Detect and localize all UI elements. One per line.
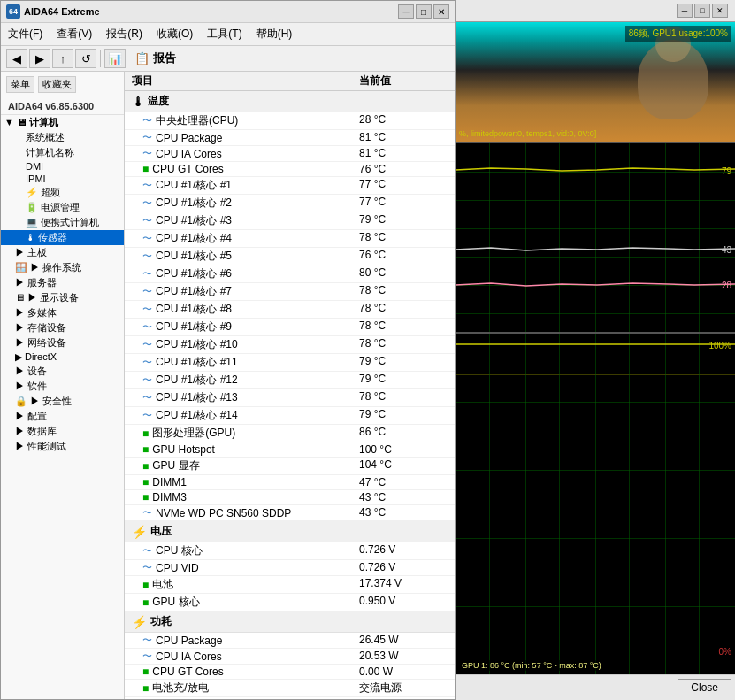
menu-file[interactable]: 文件(F) [4,25,46,43]
main-area: 菜单 收藏夹 AIDA64 v6.85.6300 ▼ 🖥 ▼ 计算机计算机 系统… [1,72,455,699]
wave-icon-15: 〜 [142,373,152,387]
close-button[interactable]: Close [678,679,731,696]
graph1-label-43: 43 [722,245,731,255]
row-cpu-core4: 〜CPU #1/核心 #4 78 °C [125,230,455,248]
graph2-label-0: 0% [719,647,731,657]
row-dimm3: ■ DIMM3 43 °C [125,490,455,505]
power-section-icon: ⚡ [132,615,147,629]
row-cpu-core5: 〜CPU #1/核心 #5 76 °C [125,248,455,265]
wave-icon-4: 〜 [142,179,152,192]
sidebar-item-security[interactable]: 🔒 ▶ 安全性 [1,394,124,409]
menu-help[interactable]: 帮助(H) [253,25,296,43]
close-window-button[interactable]: ✕ [433,4,449,19]
row-cpu-core13: 〜CPU #1/核心 #13 78 °C [125,389,455,407]
wave-icon-14: 〜 [142,356,152,369]
voltage-section-icon: ⚡ [132,525,147,539]
wave-icon-13: 〜 [142,338,152,351]
sidebar-item-storage[interactable]: ▶ 存储设备 [1,320,124,335]
sidebar-item-powermgmt[interactable]: 🔋 电源管理 [1,200,124,215]
sidebar-item-motherboard[interactable]: ▶ 主板 [1,245,124,260]
green-icon-1: ■ [142,163,149,175]
close-button-area: Close [456,674,735,700]
row-gpu-hotspot: ■ GPU Hotspot 100 °C [125,442,455,458]
right-maximize-btn[interactable]: □ [694,4,710,18]
row-cpu-core7: 〜CPU #1/核心 #7 78 °C [125,283,455,301]
minimize-button[interactable]: ─ [398,4,414,19]
sidebar-tabs: 菜单 收藏夹 [1,73,124,96]
section-voltage: ⚡ 电压 [125,521,455,542]
gpu-status-text: GPU 1: 86 °C (min: 57 °C - max: 87 °C) [459,660,604,671]
sidebar-tab-menu[interactable]: 菜单 [6,76,34,93]
sidebar-item-sysoverview[interactable]: 系统概述 [1,130,124,145]
row-gpu-temp: ■ 图形处理器(GPU) 86 °C [125,425,455,442]
sidebar-tab-favorites[interactable]: 收藏夹 [38,76,76,93]
sidebar-item-os[interactable]: 🪟 ▶ 操作系统 [1,260,124,275]
val-cpu-core13: 78 °C [359,390,448,405]
row-cpu-pkg-w: 〜CPU Package 26.45 W [125,633,455,649]
menu-view[interactable]: 查看(V) [53,25,96,43]
gpu-usage-graph-svg [456,334,735,674]
gpu-power-overlay: %, limitedpower:0, temps1, vid:0, 0V:0] [459,129,596,138]
maximize-button[interactable]: □ [416,4,432,19]
sidebar-item-directx[interactable]: ▶ DirectX [1,350,124,364]
menu-favorites[interactable]: 收藏(O) [153,25,196,43]
green-icon-8: ■ [142,596,149,609]
cat-background-image: 86频, GPU1 usage:100% %, limitedpower:0, … [456,22,735,142]
wave-icon-12: 〜 [142,320,152,334]
sidebar-item-display[interactable]: 🖥 ▶ 显示设备 [1,290,124,305]
sidebar-item-dmi[interactable]: DMI [1,160,124,173]
row-cpu-vid: 〜CPU VID 0.726 V [125,560,455,576]
wave-icon-5: 〜 [142,196,152,210]
sidebar-item-network[interactable]: ▶ 网络设备 [1,335,124,350]
val-gpu-w: 132.90 W [359,698,448,699]
val-cpu-gt-cores: 76 °C [359,163,448,175]
header-item: 项目 [132,73,359,88]
menu-report[interactable]: 报告(R) [103,25,146,43]
right-panel: ─ □ ✕ 86频, GPU1 usage:100% %, limitedpow… [456,0,735,700]
content-scroll[interactable]: 🌡 温度 〜中央处理器(CPU) 28 °C 〜CPU Package 81 °… [125,91,455,699]
wave-icon-11: 〜 [142,303,152,316]
val-cpu-core12: 79 °C [359,373,448,388]
row-cpu-core8: 〜CPU #1/核心 #8 78 °C [125,301,455,319]
val-cpu-core1: 77 °C [359,178,448,193]
sidebar-item-config[interactable]: ▶ 配置 [1,409,124,424]
val-cpu-core7: 78 °C [359,284,448,299]
menu-tools[interactable]: 工具(T) [203,25,245,43]
wave-icon-10: 〜 [142,285,152,298]
row-cpu-core1: 〜CPU #1/核心 #1 77 °C [125,177,455,195]
sidebar-item-multimedia[interactable]: ▶ 多媒体 [1,305,124,320]
row-cpu-core10: 〜CPU #1/核心 #10 78 °C [125,336,455,354]
row-cpu-gt-cores: ■ CPU GT Cores 76 °C [125,162,455,177]
sidebar-item-computer[interactable]: ▼ 🖥 ▼ 计算机计算机 [1,115,124,130]
val-cpu-package: 81 °C [359,131,448,144]
up-button[interactable]: ↑ [52,49,73,68]
sidebar-item-database[interactable]: ▶ 数据库 [1,424,124,439]
sidebar-item-overclock[interactable]: ⚡ 超频 [1,185,124,200]
right-close-btn[interactable]: ✕ [712,4,728,18]
refresh-button[interactable]: ↺ [75,49,96,68]
green-icon-5: ■ [142,476,149,488]
wave-icon-8: 〜 [142,250,152,263]
sidebar-item-portable[interactable]: 💻 便携式计算机 [1,215,124,230]
back-button[interactable]: ◀ [6,49,27,68]
right-title-controls: ─ □ ✕ [677,4,728,18]
forward-button[interactable]: ▶ [29,49,50,68]
section-power: ⚡ 功耗 [125,612,455,633]
sidebar-item-sensors[interactable]: 🌡 传感器 [1,230,124,245]
right-minimize-btn[interactable]: ─ [677,4,693,18]
wave-icon-22: 〜 [142,650,152,663]
val-cpu-vid: 0.726 V [359,561,448,574]
val-gpu-hotspot: 100 °C [359,443,448,456]
val-cpu-pkg-w: 26.45 W [359,634,448,647]
sidebar-item-ipmi[interactable]: IPMI [1,173,124,185]
sidebar-item-devices[interactable]: ▶ 设备 [1,364,124,379]
row-cpu-core11: 〜CPU #1/核心 #11 79 °C [125,354,455,372]
val-cpu-ia-cores: 81 °C [359,147,448,160]
val-cpu-core5: 76 °C [359,249,448,264]
chart-button[interactable]: 📊 [104,49,126,68]
sidebar-item-computername[interactable]: 计算机名称 [1,145,124,160]
val-gpu-core-v: 0.950 V [359,595,448,610]
sidebar-item-benchmark[interactable]: ▶ 性能测试 [1,439,124,454]
sidebar-item-software[interactable]: ▶ 软件 [1,379,124,394]
sidebar-item-server[interactable]: ▶ 服务器 [1,275,124,290]
